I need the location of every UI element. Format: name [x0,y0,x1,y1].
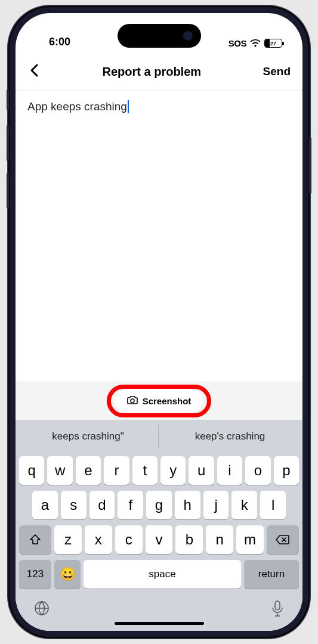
svg-rect-2 [275,601,280,610]
key-z[interactable]: z [54,525,82,554]
camera-icon [127,395,138,407]
suggestion-2[interactable]: keep's crashing [160,425,300,448]
numbers-key[interactable]: 123 [19,560,51,589]
key-m[interactable]: m [236,525,264,554]
key-x[interactable]: x [85,525,112,554]
svg-point-0 [131,399,134,402]
key-y[interactable]: y [160,456,186,485]
silence-switch [7,89,9,110]
key-h[interactable]: h [175,491,200,519]
key-j[interactable]: j [203,491,229,519]
wifi-icon [250,39,261,48]
dynamic-island [118,24,201,48]
key-u[interactable]: u [189,456,214,485]
globe-icon[interactable] [33,600,50,620]
key-q[interactable]: q [19,456,44,485]
key-s[interactable]: s [61,491,87,519]
key-r[interactable]: r [104,456,129,485]
power-button [309,137,311,194]
key-c[interactable]: c [115,525,143,554]
key-g[interactable]: g [146,491,172,519]
volume-down-button [7,173,9,209]
battery-icon: 27 [264,39,282,48]
backspace-key[interactable] [267,525,299,554]
send-button[interactable]: Send [263,65,291,78]
screen: 6:00 SOS 27 Report a problem Send App [16,13,302,631]
key-w[interactable]: w [47,456,72,485]
emoji-key[interactable]: 😀 [54,560,81,589]
key-t[interactable]: t [132,456,158,485]
return-key[interactable]: return [244,560,299,589]
volume-up-button [7,125,9,161]
nav-header: Report a problem Send [16,52,302,91]
home-indicator[interactable] [115,622,204,625]
key-a[interactable]: a [32,491,58,519]
back-button[interactable] [27,61,41,82]
screenshot-button[interactable]: Screenshot [115,389,203,413]
key-f[interactable]: f [118,491,143,519]
key-v[interactable]: v [146,525,173,554]
status-icons: SOS 27 [229,38,286,48]
screenshot-toolbar: Screenshot [16,382,302,420]
space-key[interactable]: space [84,560,241,589]
key-e[interactable]: e [76,456,101,485]
report-text-area[interactable]: App keeps crashing [16,91,302,382]
mic-icon[interactable] [270,600,285,620]
key-b[interactable]: b [175,525,203,554]
suggestion-1[interactable]: keeps crashing" [18,425,159,448]
sos-indicator: SOS [229,38,246,48]
key-i[interactable]: i [217,456,242,485]
suggestion-bar: keeps crashing" keep's crashing [16,420,302,453]
text-cursor [128,100,129,113]
key-l[interactable]: l [260,491,286,519]
key-p[interactable]: p [274,456,299,485]
screenshot-label: Screenshot [143,396,192,406]
report-input-text: App keeps crashing [27,100,127,113]
keyboard: keeps crashing" keep's crashing qwertyui… [16,420,302,631]
status-time: 6:00 [32,36,70,48]
shift-key[interactable] [19,525,51,554]
battery-level: 27 [265,41,282,47]
page-title: Report a problem [102,65,201,79]
keyboard-bottom-bar [16,592,302,620]
key-k[interactable]: k [231,491,257,519]
phone-frame: 6:00 SOS 27 Report a problem Send App [8,6,310,638]
key-d[interactable]: d [89,491,115,519]
key-n[interactable]: n [206,525,233,554]
key-o[interactable]: o [245,456,270,485]
